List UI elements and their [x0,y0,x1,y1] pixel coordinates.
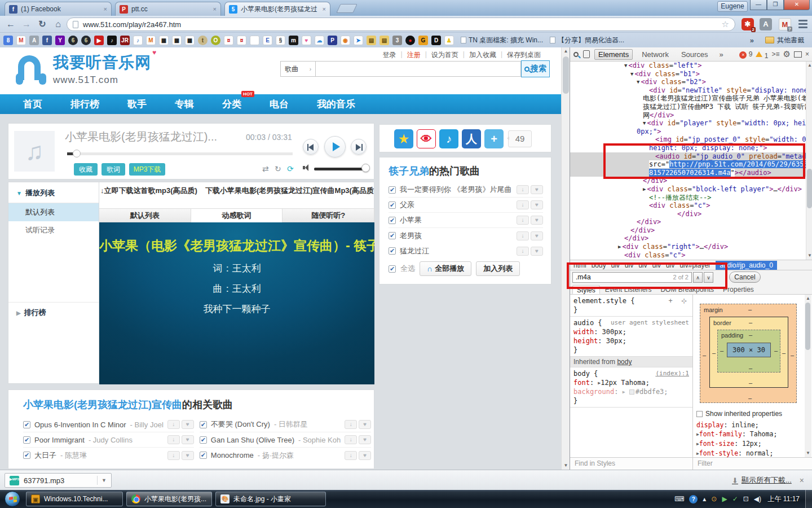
download-song-button[interactable]: ↓ [517,185,529,194]
bookmark-favicon-icon[interactable]: O [211,36,220,45]
share-icon[interactable]: + [484,129,504,148]
devtools-close-icon[interactable]: × [805,50,809,58]
tab-close-icon[interactable]: × [104,6,107,12]
volume-knob[interactable] [361,164,370,172]
dom-node[interactable]: <!--播放器结束--> [570,194,806,202]
search-icon[interactable] [573,52,579,57]
devtools-scrollbar[interactable]: ▲ ▼ [806,62,812,260]
device-mode-icon[interactable] [583,50,590,58]
bookmark-favicon-icon[interactable]: 8 [3,36,13,45]
search-button[interactable]: 搜索 [521,60,550,77]
taskbar-button[interactable]: 小苹果电影(老男孩... [126,492,212,506]
song-checkbox[interactable]: ✔ [389,186,396,194]
lyrics-tab[interactable]: 随便听听? [283,208,374,222]
dom-node[interactable]: </div> [570,218,806,226]
computed-property[interactable]: ▶font-style: normal; [696,449,809,457]
dom-node[interactable]: ▶<div class="right">…</div> [570,243,806,251]
dom-node[interactable]: <div id="newTitle" style="display: none;… [570,86,806,95]
computed-property[interactable]: ▶font-family: Tahoma; [696,430,809,439]
share-icon[interactable]: ★ [394,129,413,148]
top-link[interactable]: 设为首页 [431,50,458,60]
style-property[interactable]: font: ▶12px Tahoma; [570,378,692,387]
lyrics-button[interactable]: 歌词 [102,163,125,176]
new-tab-button[interactable] [336,4,357,13]
volume-slider[interactable] [314,168,367,170]
element-style-rule[interactable]: element.style {+ ⊹ [570,296,692,305]
profile-button[interactable]: Eugene [717,1,748,12]
song-name[interactable]: 父亲 [400,200,414,210]
scroll-down-arrow[interactable]: ▼ [806,252,812,260]
song-name[interactable]: Opus 6-Invention In C Minor [34,421,126,429]
share-icon[interactable]: ♪ [439,129,458,148]
tab-close-icon[interactable]: × [213,6,217,12]
site-logo[interactable]: 我要听音乐网♥ www.51T.com [15,52,151,86]
download-dropdown-caret[interactable]: ▼ [97,476,107,485]
download-song-button[interactable]: ↓ [345,435,357,444]
scroll-down-arrow[interactable]: ▼ [805,449,811,457]
bookmark-favicon-icon[interactable] [250,36,259,45]
top-link[interactable]: 登录 [383,50,396,60]
sidebar-item[interactable]: 试听记录 [8,221,99,239]
metrics-scrollbar[interactable]: ▲ ▼ [805,295,811,457]
browser-tab[interactable]: f(1) Facebook× [5,2,112,16]
bookmark-item[interactable]: TN 桌面檔案: 擴充 Win... [461,36,543,45]
bookmark-favicon-icon[interactable]: ♪ [107,36,117,45]
sidebar-item-rank[interactable]: ▶排行榜 [8,302,99,323]
bookmark-favicon-icon[interactable]: Y [55,36,65,45]
taskbar-button[interactable]: 🎨未命名.jpg - 小畫家 [215,492,326,506]
dom-node[interactable]: ▼<div class="left"> [570,62,806,70]
song-checkbox[interactable]: ✔ [23,421,30,428]
chrome-menu-button[interactable] [797,18,809,30]
box-model-content[interactable]: 300 × 30 [727,343,771,357]
bookmark-favicon-icon[interactable]: D [431,36,441,45]
favorite-song-button[interactable]: ♥ [182,420,194,429]
devtools-tab-network[interactable]: Network [638,50,672,59]
show-inherited-checkbox[interactable] [696,411,703,417]
dom-node[interactable]: 0px;"> [570,128,806,136]
window-minimize-button[interactable]: — [750,0,767,10]
tray-icon[interactable]: ⌨ [674,495,684,503]
bookmark-favicon-icon[interactable]: ● [405,36,415,45]
translate-extension-icon[interactable]: A [760,18,772,30]
download-item[interactable]: ▶MP3 637791.mp3 ▼ [5,473,112,488]
find-cancel-button[interactable]: Cancel [729,271,761,283]
dom-node[interactable]: ▼<div id="player" style="width: 0px; hei… [570,119,806,128]
nav-item[interactable]: 我的音乐 [303,98,369,111]
scroll-up-arrow[interactable]: ▲ [562,47,570,55]
window-close-button[interactable]: ✕ [784,0,810,10]
scrollbar-thumb[interactable] [807,169,812,208]
back-button[interactable]: ← [3,17,18,31]
devtools-tab-sources[interactable]: Sources [678,50,712,59]
next-button[interactable] [351,139,367,155]
nav-item[interactable]: 首页 [9,98,56,111]
song-checkbox[interactable]: ✔ [200,421,207,428]
start-button[interactable] [5,491,20,507]
taskbar-button[interactable]: ▣Windows.10.Techni... [26,492,123,506]
top-link[interactable]: 加入收藏 [469,50,496,60]
mp3-download-button[interactable]: MP3下载 [129,163,165,176]
style-property[interactable]: width: 300px; [570,327,692,336]
bookmark-favicon-icon[interactable]: § [276,36,285,45]
bookmark-favicon-icon[interactable]: 6 [81,36,91,45]
find-in-styles-input[interactable]: Find in Styles [570,458,693,470]
bookmark-favicon-icon[interactable]: ♥ [302,36,311,45]
dom-node[interactable]: </div> [570,210,806,218]
favorite-song-button[interactable]: ♥ [182,435,194,444]
favorite-song-button[interactable]: ♥ [359,435,371,444]
volume-icon[interactable] [303,164,311,171]
song-checkbox[interactable]: ✔ [389,202,396,209]
dom-node[interactable]: </div> [570,226,806,235]
download-song-button[interactable]: ↓ [517,216,529,225]
song-checkbox[interactable]: ✔ [23,452,30,459]
song-checkbox[interactable]: ✔ [389,247,396,255]
url-text[interactable]: www.51t.com/play/r2a467.htm [83,20,717,29]
bookmark-favicon-icon[interactable]: 6 [68,36,78,45]
dock-side-icon[interactable] [794,51,802,58]
show-all-downloads-link[interactable]: ⬇顯示所有下載... [732,475,792,485]
download-song-button[interactable]: ↓ [345,420,357,429]
bookmark-favicon-icon[interactable]: ¤ [224,36,233,45]
bookmark-favicon-icon[interactable]: ◉ [341,36,350,45]
bookmark-favicon-icon[interactable]: ¤ [237,36,246,45]
scroll-up-arrow[interactable]: ▲ [805,295,811,303]
dom-node[interactable]: 孩猛龙过江)宣传曲MP3 下载 试听 筷子兄弟-我要听音乐 [570,103,806,111]
